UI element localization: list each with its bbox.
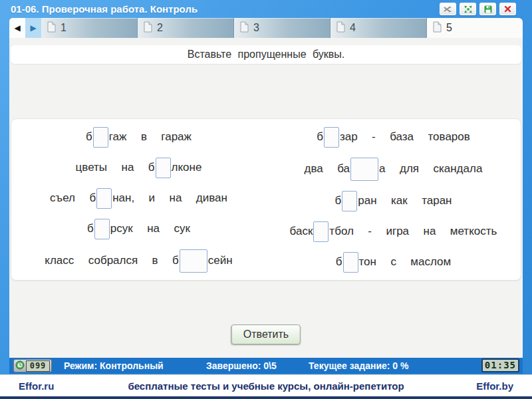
page-icon (433, 21, 442, 35)
close-icon (504, 5, 511, 13)
letter-input[interactable] (93, 127, 108, 148)
bottom-accent-strip (0, 396, 532, 399)
footer: Effor.ru бесплатные тесты и учебные курс… (0, 374, 532, 396)
shuffle-button[interactable] (440, 3, 456, 15)
exercise-row: бран как таран (335, 191, 452, 211)
exercise-text: два ба (305, 162, 350, 176)
exercise-text: класс собрался в б (45, 254, 179, 267)
tab-1[interactable]: 1 (41, 18, 138, 38)
exercise-text: цветы на б (76, 161, 155, 174)
tab-5[interactable]: 5 (427, 18, 523, 38)
tab-3[interactable]: 3 (234, 18, 331, 38)
answer-button[interactable]: Ответить (231, 325, 301, 344)
letter-input[interactable] (96, 188, 112, 209)
exercise-row: цветы на блконе (76, 158, 202, 178)
exercise-column-right: бзар - база товаровдва баа для скандалаб… (266, 119, 521, 280)
exercise-text: б (317, 130, 323, 144)
status-mode: Режим: Контрольный (64, 360, 164, 371)
exercise-text: рсук на сук (110, 222, 190, 235)
tab-label: 3 (253, 22, 259, 34)
task-instruction: Вставьте пропущенные буквы. (11, 45, 521, 64)
exercise-text: тон с маслом (359, 255, 452, 269)
exercise-row: брсук на сук (87, 219, 190, 239)
content-area: Вставьте пропущенные буквы. бгаж в гараж… (9, 38, 523, 358)
exercise-row: два баа для скандала (305, 158, 483, 181)
tab-label: 1 (61, 22, 66, 34)
question-counter-widget: 099 (13, 359, 52, 372)
status-bar: 099 Режим: Контрольный Завершено: 0\5 Те… (9, 358, 523, 374)
exercise-text: б (86, 130, 92, 144)
letter-input[interactable] (343, 252, 358, 273)
exercise-text: гаж в гараж (109, 130, 192, 144)
tab-label: 2 (157, 22, 163, 34)
exercise-text: лконе (172, 161, 202, 174)
next-tab-arrow[interactable]: ▶ (25, 18, 41, 38)
prev-tab-arrow[interactable]: ◀ (9, 18, 25, 38)
tab-2[interactable]: 2 (138, 18, 234, 38)
letter-input[interactable] (313, 221, 329, 242)
exercise-row: басктбол - игра на меткость (290, 221, 497, 242)
fullscreen-icon (464, 5, 472, 13)
tab-label: 4 (350, 22, 356, 34)
exercise-row: бгаж в гараж (86, 127, 192, 148)
page-icon (240, 21, 249, 35)
clock-icon (15, 360, 25, 372)
exercise-row: съел бнан, и на диван (50, 188, 227, 209)
letter-input[interactable] (342, 191, 357, 211)
tab-label: 5 (446, 22, 452, 34)
letter-input[interactable] (324, 127, 339, 148)
save-button[interactable] (479, 3, 496, 15)
fullscreen-button[interactable] (460, 3, 476, 15)
exercise-row: класс собрался в бсейн (45, 249, 232, 273)
tab-bar: ◀ ▶ 12345 (9, 18, 523, 38)
letter-input[interactable] (156, 158, 171, 178)
page-icon (336, 21, 345, 35)
window-title: 01-06. Проверочная работа. Контроль (11, 3, 198, 15)
exercise-text: ран как таран (358, 194, 452, 207)
exercise-text: баск (290, 225, 313, 238)
letter-input[interactable] (94, 219, 110, 239)
letter-input[interactable] (350, 158, 378, 181)
letter-input[interactable] (180, 249, 207, 273)
close-button[interactable] (499, 3, 516, 15)
footer-tagline: бесплатные тесты и учебные курсы, онлайн… (0, 380, 532, 392)
exercise-text: б (87, 222, 94, 235)
exercise-row: бтон с маслом (336, 252, 451, 273)
footer-link-effor-by[interactable]: Effor.by (476, 380, 513, 392)
page-icon (144, 21, 152, 35)
exercise-text: а для скандала (379, 162, 482, 176)
page-icon (47, 21, 56, 35)
exercise-text: сейн (208, 254, 233, 267)
status-completed: Завершено: 0\5 (206, 360, 277, 371)
exercise-panel: бгаж в гаражцветы на блконесъел бнан, и … (11, 118, 521, 281)
timer-display: 01:35 (481, 358, 519, 372)
exercise-column-left: бгаж в гаражцветы на блконесъел бнан, и … (11, 119, 266, 280)
tab-scroll-arrows: ◀ ▶ (9, 18, 41, 38)
exercise-text: тбол - игра на меткость (329, 225, 497, 238)
title-bar: 01-06. Проверочная работа. Контроль (11, 1, 516, 17)
window-buttons (440, 3, 516, 15)
exercise-text: съел б (50, 192, 96, 205)
tab-4[interactable]: 4 (331, 18, 427, 38)
exercise-text: нан, и на диван (112, 192, 227, 205)
save-icon (484, 5, 492, 13)
exercise-row: бзар - база товаров (317, 127, 470, 148)
exercise-text: б (335, 194, 342, 207)
shuffle-icon (444, 5, 452, 13)
exercise-text: зар - база товаров (340, 130, 470, 144)
exercise-text: б (336, 255, 342, 269)
counter-display: 099 (26, 360, 50, 372)
status-current-task: Текущее задание: 0 % (309, 360, 408, 371)
application-window: 01-06. Проверочная работа. Контроль ◀ ▶ … (0, 0, 532, 399)
